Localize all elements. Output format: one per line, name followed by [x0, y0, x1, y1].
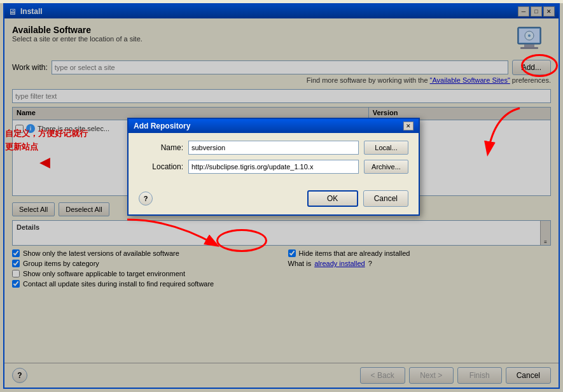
arrow-to-dialog — [475, 102, 526, 165]
dialog-name-row: Name: Local... — [139, 141, 408, 155]
dialog-close-button[interactable]: ✕ — [403, 122, 414, 130]
local-button[interactable]: Local... — [364, 141, 408, 155]
dialog-footer: ? OK Cancel — [129, 186, 419, 214]
archive-button[interactable]: Archive... — [364, 160, 408, 174]
dialog-cancel-button[interactable]: Cancel — [363, 190, 408, 207]
dialog-title-bar: Add Repository ✕ — [129, 119, 419, 133]
dialog-ok-button[interactable]: OK — [307, 190, 358, 207]
dialog-body: Name: Local... Location: Archive... — [129, 133, 419, 186]
dialog-title: Add Repository — [134, 122, 190, 130]
dialog-name-label: Name: — [139, 143, 183, 152]
dialog-location-row: Location: Archive... — [139, 160, 408, 174]
add-repository-dialog: Add Repository ✕ Name: Local... Location… — [127, 118, 420, 216]
dialog-name-input[interactable] — [188, 141, 359, 155]
dialog-help-button[interactable]: ? — [139, 192, 153, 206]
dialog-location-input[interactable] — [188, 160, 359, 174]
arrow-to-ok — [121, 213, 223, 264]
dialog-location-label: Location: — [139, 162, 183, 171]
